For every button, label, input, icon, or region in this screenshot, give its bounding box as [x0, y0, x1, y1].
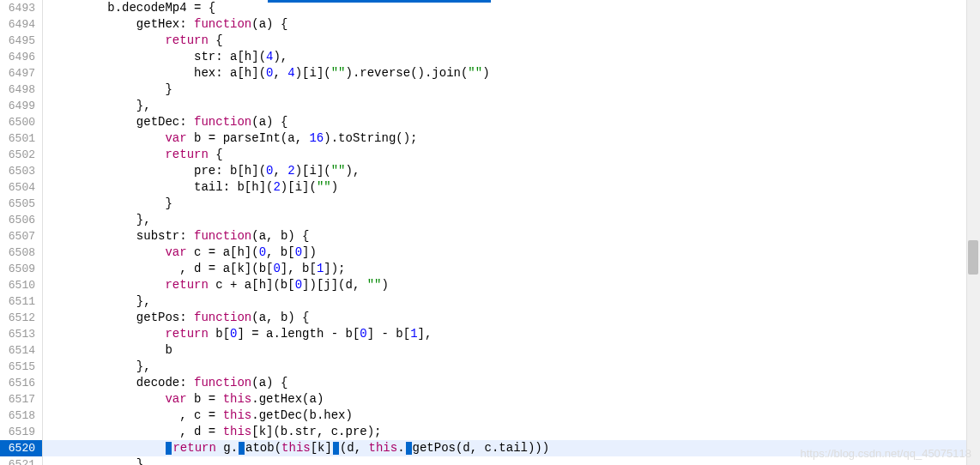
line-number: 6521 — [0, 456, 42, 465]
scrollbar-thumb[interactable] — [968, 240, 978, 275]
code-line[interactable]: return { — [43, 33, 980, 49]
line-number: 6520 — [0, 440, 42, 456]
line-number: 6518 — [0, 408, 42, 424]
line-number: 6498 — [0, 82, 42, 98]
line-number: 6519 — [0, 424, 42, 440]
line-number: 6514 — [0, 342, 42, 359]
line-number: 6510 — [0, 277, 42, 293]
code-line[interactable]: b — [43, 342, 980, 359]
line-number: 6493 — [0, 0, 42, 16]
code-line[interactable]: }, — [43, 359, 980, 375]
breakpoint-marker — [406, 442, 412, 455]
tab-indicator — [268, 0, 491, 3]
code-line[interactable]: hex: a[h](0, 4)[i]("").reverse().join(""… — [43, 65, 980, 82]
line-number: 6515 — [0, 359, 42, 375]
code-line[interactable]: } — [43, 82, 980, 98]
breakpoint-marker — [239, 442, 245, 455]
line-number: 6509 — [0, 261, 42, 277]
code-line[interactable]: , d = a[k](b[0], b[1]); — [43, 261, 980, 277]
line-number: 6517 — [0, 391, 42, 408]
code-line[interactable]: return g.atob(this[k](d, this.getPos(d, … — [43, 440, 980, 456]
code-area[interactable]: b.decodeMp4 = { getHex: function(a) { re… — [43, 0, 980, 465]
code-line[interactable]: , c = this.getDec(b.hex) — [43, 408, 980, 424]
line-number: 6507 — [0, 228, 42, 245]
breakpoint-marker — [333, 442, 339, 455]
code-line[interactable]: decode: function(a) { — [43, 375, 980, 391]
code-line[interactable]: substr: function(a, b) { — [43, 228, 980, 245]
code-line[interactable]: getPos: function(a, b) { — [43, 310, 980, 326]
line-number: 6511 — [0, 293, 42, 310]
code-line[interactable]: }, — [43, 293, 980, 310]
code-line[interactable]: return c + a[h](b[0])[j](d, "") — [43, 277, 980, 293]
code-line[interactable]: var c = a[h](0, b[0]) — [43, 245, 980, 261]
code-line[interactable]: } — [43, 196, 980, 212]
code-line[interactable]: , d = this[k](b.str, c.pre); — [43, 424, 980, 440]
line-number: 6496 — [0, 49, 42, 65]
line-number: 6497 — [0, 65, 42, 82]
line-number: 6500 — [0, 114, 42, 130]
line-number: 6501 — [0, 130, 42, 147]
breakpoint-marker — [166, 442, 172, 455]
code-line[interactable]: pre: b[h](0, 2)[i](""), — [43, 163, 980, 179]
code-editor[interactable]: 6493649464956496649764986499650065016502… — [0, 0, 980, 465]
vertical-scrollbar[interactable] — [966, 0, 980, 465]
code-line[interactable]: return b[0] = a.length - b[0] - b[1], — [43, 326, 980, 342]
line-number: 6499 — [0, 98, 42, 114]
code-line[interactable]: str: a[h](4), — [43, 49, 980, 65]
line-number: 6504 — [0, 179, 42, 196]
line-number: 6513 — [0, 326, 42, 342]
line-gutter: 6493649464956496649764986499650065016502… — [0, 0, 43, 465]
line-number: 6495 — [0, 33, 42, 49]
line-number: 6508 — [0, 245, 42, 261]
line-number: 6512 — [0, 310, 42, 326]
line-number: 6494 — [0, 16, 42, 33]
line-number: 6505 — [0, 196, 42, 212]
code-line[interactable]: b.decodeMp4 = { — [43, 0, 980, 16]
code-line[interactable]: var b = parseInt(a, 16).toString(); — [43, 130, 980, 147]
code-line[interactable]: tail: b[h](2)[i]("") — [43, 179, 980, 196]
line-number: 6506 — [0, 212, 42, 228]
line-number: 6516 — [0, 375, 42, 391]
code-line[interactable]: var b = this.getHex(a) — [43, 391, 980, 408]
code-line[interactable]: getHex: function(a) { — [43, 16, 980, 33]
code-line[interactable]: }, — [43, 212, 980, 228]
code-line[interactable]: return { — [43, 147, 980, 163]
code-line[interactable]: }, — [43, 98, 980, 114]
line-number: 6503 — [0, 163, 42, 179]
line-number: 6502 — [0, 147, 42, 163]
code-line[interactable]: } — [43, 456, 980, 465]
code-line[interactable]: getDec: function(a) { — [43, 114, 980, 130]
